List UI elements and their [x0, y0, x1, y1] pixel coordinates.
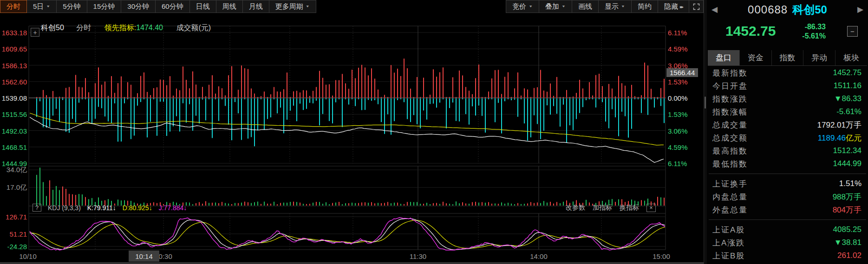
kdj-axis-label: -24.28 [0, 243, 27, 251]
period-tab-label: 15分钟 [93, 2, 115, 11]
quote-row-label: 指数涨跌 [712, 94, 748, 104]
tool-简约[interactable]: 简约 [631, 0, 658, 13]
quote-value: 1511.16 [834, 81, 861, 90]
divider-drag-handle[interactable] [705, 97, 706, 109]
kdj-toolbar: 改参数加指标换指标× [566, 204, 656, 212]
period-tab-月线[interactable]: 月线 [242, 0, 269, 13]
time-axis-date: 10/10 [19, 252, 37, 260]
symbol-code: 000688 [748, 3, 788, 16]
quote-row: 外盘总量804万手 [707, 203, 868, 216]
tool-label: 显示 [605, 2, 619, 11]
period-tab-30分钟[interactable]: 30分钟 [121, 0, 156, 13]
quote-value: 1.51% [839, 179, 861, 188]
quote-row-value: 1792.01万手 [817, 120, 861, 130]
double-arrow-icon: ▸▸ [680, 4, 683, 9]
chart-period-label: 分时 [76, 24, 91, 32]
quote-row-label: 最新指数 [712, 68, 748, 78]
percent-axis-label: 4.59% [668, 45, 688, 53]
percent-axis-label: 3.06% [668, 127, 688, 135]
kdj-close-icon[interactable]: × [646, 204, 656, 212]
quote-value: 1189.46 [818, 134, 846, 142]
chart-header: 科创50 分时 领先指标:1474.40 成交额(元) [41, 23, 211, 33]
panel-tab-异动[interactable]: 异动 [803, 50, 835, 65]
time-axis-label: 14:00 [530, 252, 548, 260]
zoom-plus-icon[interactable]: + [31, 28, 39, 37]
period-tab-label: 日线 [196, 2, 210, 11]
quote-row: 内盘总量988万手 [707, 190, 868, 203]
leading-indicator-value: 1474.40 [136, 24, 163, 32]
quote-value: 1792.01万手 [817, 121, 861, 129]
kdj-tool-换指标[interactable]: 换指标 [620, 204, 639, 212]
period-tab-分时[interactable]: 分时 [0, 0, 27, 13]
leading-indicator-label: 领先指标: [104, 24, 136, 32]
period-tab-5分钟[interactable]: 5分钟 [56, 0, 87, 13]
tool-显示[interactable]: 显示▼ [598, 0, 632, 13]
quote-row: 上证B股261.02 [707, 249, 868, 262]
quote-row-label: 总成交量 [712, 120, 748, 130]
panel-tab-资金[interactable]: 资金 [739, 50, 771, 65]
kdj-tool-加指标[interactable]: 加指标 [593, 204, 612, 212]
tool-画线[interactable]: 画线 [572, 0, 599, 13]
quote-rows: 最新指数1452.75今日开盘1511.16指数涨跌▼86.33指数涨幅-5.6… [707, 66, 868, 264]
turnover-label: 成交额(元) [176, 24, 211, 32]
quote-row: 指数涨跌▼86.33 [707, 92, 868, 105]
price-axis-label: 1492.03 [0, 127, 27, 135]
quote-value: 1512.34 [833, 146, 861, 155]
quote-value: ▼86.33 [834, 94, 861, 103]
bottom-scroll-strip[interactable] [0, 262, 704, 264]
tool-label: 竞价 [512, 2, 526, 11]
quote-value: 4085.25 [833, 225, 861, 234]
quote-row-label: 外盘总量 [712, 205, 748, 215]
row-divider [709, 219, 866, 220]
time-axis-label: 11:30 [410, 252, 426, 260]
price-change: -86.33 -5.61% [790, 22, 826, 41]
price-axis-label: 1468.51 [0, 143, 27, 151]
panel-tab-板块[interactable]: 板块 [835, 50, 867, 65]
period-tab-日线[interactable]: 日线 [189, 0, 216, 13]
period-tab-15分钟[interactable]: 15分钟 [87, 0, 122, 13]
chart-area: 分时5日▼5分钟15分钟30分钟60分钟日线周线月线更多周期▼竞价▼叠加▼画线显… [0, 0, 704, 264]
price-axis-label: 1539.08 [0, 94, 27, 102]
quote-row-value: ▼38.81 [834, 238, 861, 247]
quote-row-value: 1452.75 [833, 68, 861, 77]
fullscreen-button[interactable] [689, 0, 704, 13]
tool-label: 简约 [638, 2, 652, 11]
period-tab-周线[interactable]: 周线 [216, 0, 243, 13]
chevron-down-icon: ▼ [561, 5, 566, 8]
quote-value: 261.02 [837, 251, 861, 260]
quote-row-value: ▼86.33 [834, 94, 861, 103]
quote-row: 最低指数1444.99 [707, 157, 868, 170]
period-tab-label: 月线 [249, 2, 263, 11]
collapse-icon[interactable]: − [847, 26, 858, 37]
percent-axis-label: 1.53% [668, 110, 688, 118]
quote-row: 上证换手1.51% [707, 177, 868, 190]
tool-叠加[interactable]: 叠加▼ [539, 0, 572, 13]
period-tab-label: 5日 [33, 2, 44, 11]
panel-tab-盘口[interactable]: 盘口 [708, 50, 739, 65]
quote-row-label: 上证B股 [712, 251, 745, 261]
kdj-tool-改参数[interactable]: 改参数 [566, 204, 585, 212]
kdj-title[interactable]: KDJ (9,3,3) [48, 204, 81, 212]
tool-隐藏[interactable]: 隐藏▸▸ [658, 0, 689, 13]
period-tab-60分钟[interactable]: 60分钟 [155, 0, 190, 13]
expand-icon [693, 3, 700, 10]
symbol-name: 科创50 [792, 2, 827, 17]
kdj-j-value: J:77.884↓ [159, 204, 187, 212]
help-icon[interactable]: ? [33, 204, 41, 212]
panel-tab-指数[interactable]: 指数 [771, 50, 803, 65]
volume-axis-label: 34.0亿 [0, 166, 27, 174]
tool-竞价[interactable]: 竞价▼ [506, 0, 539, 13]
period-tab-5日[interactable]: 5日▼ [26, 0, 57, 13]
toolbar-spacer [316, 0, 507, 13]
price-axis-label: 1586.13 [0, 61, 27, 69]
period-tab-更多周期[interactable]: 更多周期▼ [269, 0, 316, 13]
period-tab-label: 更多周期 [275, 2, 303, 11]
quote-row-value: -5.61% [836, 107, 861, 116]
quote-panel: ◀ ▶ 000688 科创50 1452.75 -86.33 -5.61% − … [707, 0, 868, 264]
chevron-down-icon: ▼ [529, 5, 533, 8]
volume-axis-label: 17.0亿 [0, 183, 27, 192]
price-row: 1452.75 -86.33 -5.61% − [707, 22, 868, 42]
quote-row: 总成交量1792.01万手 [707, 118, 868, 131]
period-tab-label: 分时 [7, 2, 20, 11]
quote-value: 1444.99 [833, 159, 861, 168]
